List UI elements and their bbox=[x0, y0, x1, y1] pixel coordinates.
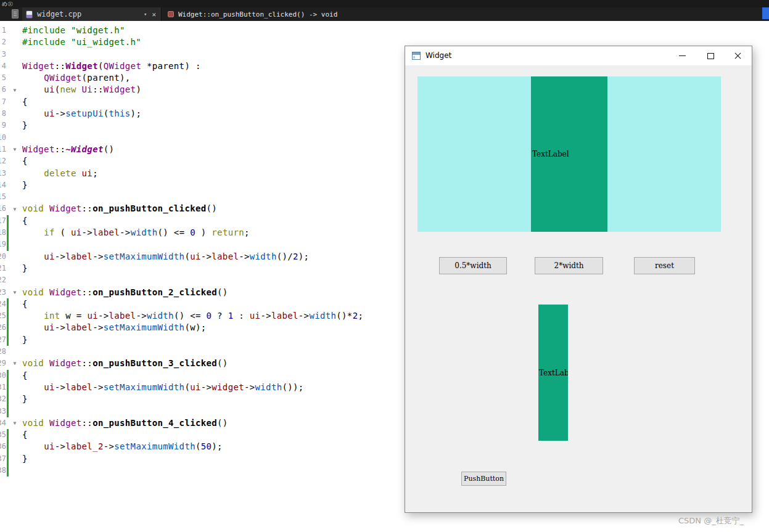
code-line[interactable]: Widget::~Widget() bbox=[22, 144, 363, 155]
reset-button[interactable]: reset bbox=[634, 257, 695, 274]
code-line[interactable] bbox=[22, 191, 363, 203]
line-number[interactable]: 11 bbox=[0, 144, 9, 155]
code-line[interactable]: ui->label->setMaximumWidth(ui->widget->w… bbox=[22, 382, 363, 393]
code-line[interactable]: } bbox=[22, 263, 363, 274]
line-number[interactable]: 29 bbox=[0, 358, 9, 369]
code-line[interactable]: void Widget::on_pushButton_clicked() bbox=[22, 203, 363, 215]
code-line[interactable]: { bbox=[22, 155, 363, 167]
text-label-bottom: TextLabel bbox=[538, 305, 568, 441]
line-number[interactable]: 9 bbox=[0, 120, 9, 131]
code-line[interactable]: { bbox=[22, 298, 363, 310]
code-line[interactable] bbox=[22, 239, 363, 250]
code-line[interactable]: ui->label->setMaximumWidth(ui->label->wi… bbox=[22, 251, 363, 263]
code-line[interactable]: } bbox=[22, 179, 363, 191]
line-number[interactable]: 15 bbox=[0, 191, 9, 203]
line-number[interactable]: 14 bbox=[0, 179, 9, 191]
code-line[interactable]: QWidget(parent), bbox=[22, 72, 363, 84]
code-line[interactable]: void Widget::on_pushButton_4_clicked() bbox=[22, 417, 363, 429]
code-line[interactable]: { bbox=[22, 429, 363, 441]
code-line[interactable]: delete ui; bbox=[22, 168, 363, 179]
fold-marker-icon[interactable]: ▼ bbox=[9, 203, 20, 215]
chevron-down-icon[interactable]: ▾ bbox=[144, 11, 147, 17]
code-line[interactable]: int w = ui->label->width() <= 0 ? 1 : ui… bbox=[22, 310, 363, 322]
code-line[interactable]: ui->label_2->setMaximumWidth(50); bbox=[22, 441, 363, 452]
line-number[interactable]: 7 bbox=[0, 96, 9, 108]
code-line[interactable]: { bbox=[22, 370, 363, 382]
tab-close-icon[interactable]: ✕ bbox=[152, 10, 156, 18]
code-line[interactable] bbox=[22, 49, 363, 60]
code-line[interactable]: if ( ui->label->width() <= 0 ) return; bbox=[22, 227, 363, 239]
code-line[interactable]: } bbox=[22, 334, 363, 346]
line-number[interactable]: 2 bbox=[0, 36, 9, 48]
code-line[interactable]: void Widget::on_pushButton_2_clicked() bbox=[22, 287, 363, 298]
line-number[interactable]: 20 bbox=[0, 251, 9, 263]
changed-lines-indicator bbox=[7, 429, 9, 477]
fold-marker-icon[interactable]: ▼ bbox=[9, 84, 20, 96]
code-line[interactable] bbox=[22, 406, 363, 417]
changed-lines-indicator bbox=[7, 370, 9, 417]
code-line[interactable] bbox=[22, 132, 363, 144]
code-line[interactable]: Widget::Widget(QWidget *parent) : bbox=[22, 60, 363, 72]
scrollbar-indicator[interactable] bbox=[762, 7, 769, 19]
code-line[interactable]: { bbox=[22, 215, 363, 227]
line-number[interactable]: 13 bbox=[0, 168, 9, 179]
code-line[interactable]: #include "widget.h" bbox=[22, 25, 363, 36]
code-line[interactable]: ui->setupUi(this); bbox=[22, 108, 363, 120]
function-icon bbox=[168, 11, 174, 17]
window-icon bbox=[412, 52, 421, 60]
code-line[interactable]: } bbox=[22, 120, 363, 131]
push-button[interactable]: PushButton bbox=[461, 472, 506, 486]
line-number[interactable]: 12 bbox=[0, 155, 9, 167]
code-line[interactable]: } bbox=[22, 453, 363, 465]
code-line[interactable] bbox=[22, 274, 363, 286]
line-number[interactable]: 8 bbox=[0, 108, 9, 120]
window-title: Widget bbox=[426, 46, 451, 65]
code-area[interactable]: #include "widget.h"#include "ui_widget.h… bbox=[22, 25, 363, 477]
tab-widget-cpp[interactable]: widget.cpp ▾ ✕ bbox=[22, 7, 162, 21]
line-number[interactable]: 1 bbox=[0, 25, 9, 36]
window-titlebar[interactable]: Widget bbox=[405, 46, 752, 65]
code-line[interactable]: } bbox=[22, 393, 363, 405]
double-width-button[interactable]: 2*width bbox=[535, 257, 603, 274]
titlebar-glyphs: め㉆ bbox=[2, 1, 13, 7]
tab-file-name: widget.cpp bbox=[37, 10, 141, 18]
fold-marker-icon[interactable]: ▼ bbox=[9, 144, 20, 155]
editor-tab-bar: widget.cpp ▾ ✕ Widget::on_pushButton_cli… bbox=[0, 7, 769, 21]
code-line[interactable] bbox=[22, 465, 363, 477]
code-line[interactable] bbox=[22, 346, 363, 358]
line-number[interactable]: 28 bbox=[0, 346, 9, 358]
symbol-breadcrumb-label: Widget::on_pushButton_clicked() -> void bbox=[178, 10, 337, 18]
fold-marker-icon[interactable]: ▼ bbox=[9, 287, 20, 298]
fold-column[interactable]: ▼▼▼▼▼▼ bbox=[9, 25, 20, 505]
line-number[interactable]: 3 bbox=[0, 49, 9, 60]
line-number[interactable]: 6 bbox=[0, 84, 9, 96]
line-number[interactable]: 16 bbox=[0, 203, 9, 215]
line-number[interactable]: 10 bbox=[0, 132, 9, 144]
window-controls bbox=[668, 46, 752, 65]
code-line[interactable]: { bbox=[22, 96, 363, 108]
widget-window: Widget TextLabel 0.5*width 2*width reset… bbox=[405, 46, 752, 513]
half-width-button[interactable]: 0.5*width bbox=[439, 257, 507, 274]
code-line[interactable]: #include "ui_widget.h" bbox=[22, 36, 363, 48]
fold-marker-icon[interactable]: ▼ bbox=[9, 417, 20, 429]
container-widget: TextLabel bbox=[417, 76, 721, 232]
top-window-bar: め㉆ bbox=[0, 0, 769, 7]
line-number[interactable]: 21 bbox=[0, 263, 9, 274]
minimize-button[interactable] bbox=[668, 46, 696, 65]
line-number[interactable]: 22 bbox=[0, 274, 9, 286]
changed-lines-indicator bbox=[7, 215, 9, 251]
code-line[interactable]: ui->label->setMaximumWidth(w); bbox=[22, 322, 363, 334]
line-number[interactable]: 34 bbox=[0, 417, 9, 429]
symbol-breadcrumb[interactable]: Widget::on_pushButton_clicked() -> void bbox=[168, 7, 337, 21]
code-line[interactable]: ui(new Ui::Widget) bbox=[22, 84, 363, 96]
document-icon[interactable] bbox=[12, 9, 19, 18]
line-number[interactable]: 5 bbox=[0, 72, 9, 84]
text-label-top: TextLabel bbox=[531, 76, 607, 232]
close-button[interactable] bbox=[724, 46, 752, 65]
code-line[interactable]: void Widget::on_pushButton_3_clicked() bbox=[22, 358, 363, 369]
fold-marker-icon[interactable]: ▼ bbox=[9, 358, 20, 369]
line-number[interactable]: 23 bbox=[0, 287, 9, 298]
line-number[interactable]: 4 bbox=[0, 60, 9, 72]
watermark-text: CSDN @_杜竞宁_ bbox=[678, 515, 744, 526]
maximize-button[interactable] bbox=[696, 46, 724, 65]
